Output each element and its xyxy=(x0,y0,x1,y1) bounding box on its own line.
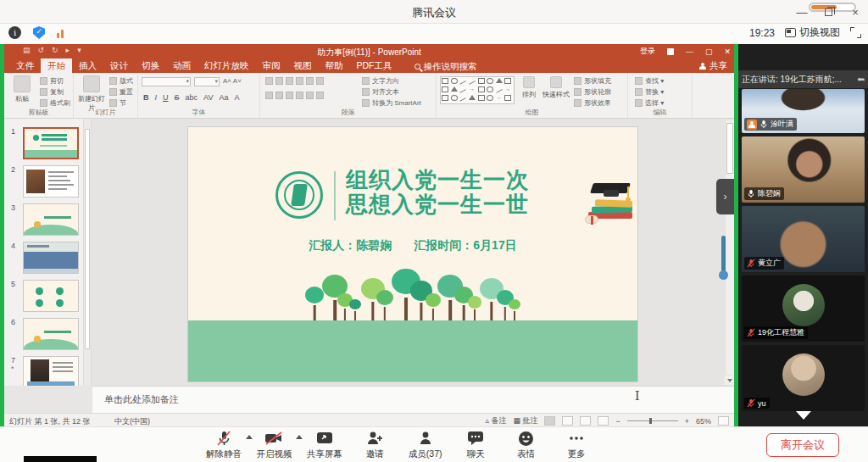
tab-开始[interactable]: 开始 xyxy=(41,58,72,73)
ppt-restore-icon[interactable]: ▢ xyxy=(705,47,713,56)
tab-视图[interactable]: 视图 xyxy=(287,58,319,73)
leave-meeting-button[interactable]: 离开会议 xyxy=(766,433,839,457)
scroll-more-icon[interactable] xyxy=(796,411,811,420)
thumbnail-preview[interactable] xyxy=(23,165,79,198)
slide-subtitle[interactable]: 汇报人：陈碧娴汇报时间：6月17日 xyxy=(188,238,637,253)
ribbon-button[interactable]: 形状效果 xyxy=(574,98,611,108)
ppt-close-icon[interactable]: ✕ xyxy=(724,47,731,56)
align-buttons[interactable] xyxy=(265,92,324,99)
ribbon-button[interactable]: 转换为 SmartArt xyxy=(362,98,421,108)
emoji-button[interactable]: 表情 xyxy=(508,430,545,460)
unmute-button[interactable]: 解除静音 xyxy=(205,430,242,460)
zoom-in-icon[interactable]: + xyxy=(685,417,689,426)
ribbon-button[interactable]: 粘贴 xyxy=(8,75,36,103)
scroll-down-icon[interactable] xyxy=(725,376,734,385)
ribbon-button[interactable]: 新建幻灯片 xyxy=(77,75,106,113)
slide-title[interactable]: 组织入党一生一次 思想入党一生一世 xyxy=(346,168,575,217)
font-size-select[interactable] xyxy=(194,77,220,86)
tab-切换[interactable]: 切换 xyxy=(135,58,166,73)
ppt-share-button[interactable]: 共享 xyxy=(699,60,727,72)
thumbnail-preview[interactable] xyxy=(23,280,79,312)
slideshow-view-icon[interactable] xyxy=(598,416,609,426)
ribbon-button[interactable]: 重置 xyxy=(109,87,133,97)
minimize-icon[interactable]: — xyxy=(794,6,810,19)
thumbnail-preview[interactable] xyxy=(23,318,79,350)
slide-thumbnail-5[interactable]: 5 xyxy=(4,280,91,314)
format-AV[interactable]: AV xyxy=(203,93,213,102)
format-U[interactable]: U xyxy=(163,93,169,102)
ribbon-button[interactable]: 节 xyxy=(109,98,126,108)
ribbon-button[interactable]: 形状轮廓 xyxy=(574,87,611,97)
participant-tile[interactable]: 陈碧娴 xyxy=(742,136,865,203)
format-B[interactable]: B xyxy=(143,93,149,102)
tell-me-search[interactable]: 操作说明搜索 xyxy=(408,58,484,73)
notes-pane[interactable]: 单击此处添加备注 I xyxy=(92,386,734,413)
slide[interactable]: 组织入党一生一次 思想入党一生一世 汇报人：陈碧娴汇报时间：6月17日 xyxy=(188,127,637,381)
slide-thumbnail-3[interactable]: 3 xyxy=(4,203,91,237)
thumbnail-preview[interactable] xyxy=(23,127,79,159)
zoom-level[interactable]: 65% xyxy=(696,417,711,426)
thumbnail-preview[interactable] xyxy=(23,203,79,236)
format-I[interactable]: I xyxy=(155,93,158,102)
tab-幻灯片放映[interactable]: 幻灯片放映 xyxy=(198,58,256,73)
participant-tile[interactable]: yu xyxy=(742,345,865,411)
slide-sorter-icon[interactable] xyxy=(562,416,573,426)
tab-文件[interactable]: 文件 xyxy=(9,58,41,73)
normal-view-icon[interactable] xyxy=(544,416,555,426)
slide-thumbnail-2[interactable]: 2 xyxy=(4,165,91,199)
format-Aa[interactable]: Aa xyxy=(219,93,228,102)
participant-tile[interactable]: 涂叶满 xyxy=(742,89,865,133)
slide-thumbnail-1[interactable]: 1 xyxy=(4,127,91,161)
slide-thumbnail-6[interactable]: 6 xyxy=(4,318,91,352)
close-icon[interactable]: × xyxy=(848,6,863,19)
format-S[interactable]: S xyxy=(175,93,180,102)
caret-up-icon[interactable] xyxy=(246,435,253,439)
zoom-out-icon[interactable]: − xyxy=(615,417,620,426)
ribbon-button[interactable]: 复制 xyxy=(40,87,64,97)
ribbon-button[interactable]: 文字方向 xyxy=(362,76,399,86)
canvas-scrollbar[interactable] xyxy=(725,120,734,375)
ribbon-button[interactable]: 剪切 xyxy=(40,76,64,86)
comments-toggle[interactable]: ▦ 批注 xyxy=(513,415,537,426)
ribbon-button[interactable]: 版式 xyxy=(109,76,133,86)
signin-button[interactable]: 登录 xyxy=(640,46,655,57)
tab-动画[interactable]: 动画 xyxy=(166,58,198,73)
bullet-buttons[interactable] xyxy=(265,77,324,85)
info-icon[interactable]: i xyxy=(8,26,21,39)
sidebar-collapse-handle[interactable]: › xyxy=(716,179,734,214)
caret-up-icon[interactable] xyxy=(296,435,303,439)
ribbon-button[interactable]: 对齐文本 xyxy=(362,87,399,97)
reading-view-icon[interactable] xyxy=(580,416,591,426)
notes-toggle[interactable]: ▵ 备注 xyxy=(485,415,506,426)
ribbon-button[interactable]: 格式刷 xyxy=(40,98,70,108)
more-button[interactable]: 更多 xyxy=(558,430,595,460)
thumbnail-preview[interactable] xyxy=(23,242,79,274)
fullscreen-icon[interactable] xyxy=(850,27,861,38)
ribbon-button[interactable]: 查找 ▾ xyxy=(635,76,664,86)
members-button[interactable]: 成员(37) xyxy=(407,430,444,460)
format-A[interactable]: A xyxy=(234,93,239,102)
share-screen-button[interactable]: 共享屏幕 xyxy=(306,430,343,460)
thumbnail-preview[interactable] xyxy=(23,356,79,386)
ribbon-button[interactable]: 选择 ▾ xyxy=(635,98,664,108)
participant-tile[interactable]: 黄立广 xyxy=(742,206,865,272)
font-name-select[interactable] xyxy=(142,77,191,86)
tab-PDF工具[interactable]: PDF工具 xyxy=(350,58,399,73)
shield-icon[interactable] xyxy=(33,26,45,39)
participant-tile[interactable]: 19化工程慧雅 xyxy=(742,276,865,342)
ribbon-options-icon[interactable] xyxy=(667,48,674,55)
slide-thumbnail-7[interactable]: 7* xyxy=(4,356,91,386)
tab-帮助[interactable]: 帮助 xyxy=(319,58,350,73)
collapse-arrow-icon[interactable]: ➦ xyxy=(857,74,865,85)
quick-styles-button[interactable]: 快速样式 xyxy=(542,76,570,99)
slide-thumbnail-4[interactable]: 4 xyxy=(4,242,91,276)
start-video-button[interactable]: 开启视频 xyxy=(255,430,292,460)
ppt-minimize-icon[interactable]: — xyxy=(686,47,693,56)
tab-插入[interactable]: 插入 xyxy=(72,58,103,73)
invite-button[interactable]: 邀请 xyxy=(356,430,393,460)
tab-设计[interactable]: 设计 xyxy=(103,58,135,73)
tab-审阅[interactable]: 审阅 xyxy=(256,58,287,73)
font-grow-shrink[interactable]: A˄ A˅ xyxy=(223,77,242,85)
arrange-button[interactable]: 排列 xyxy=(518,76,540,99)
format-abc[interactable]: abc xyxy=(186,93,198,102)
